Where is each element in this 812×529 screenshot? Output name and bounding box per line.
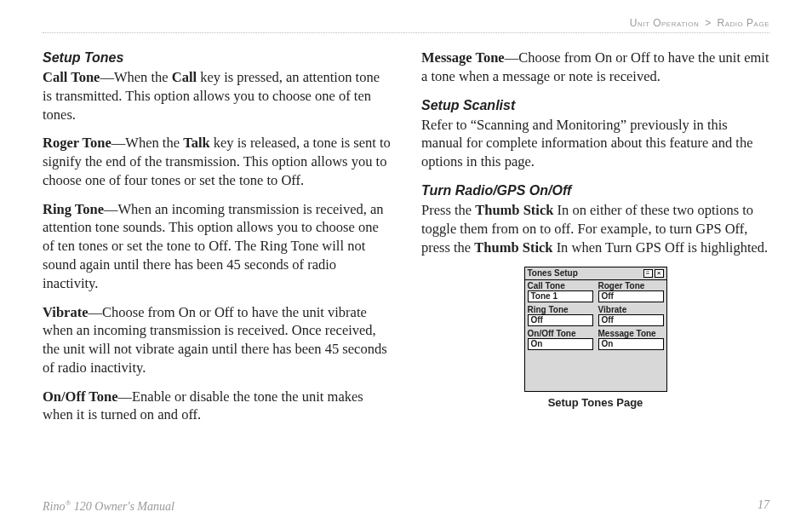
turn-radio-gps-paragraph: Press the Thumb Stick In on either of th…: [421, 201, 769, 256]
ts-val-onoff-tone: On: [528, 338, 593, 350]
tones-setup-window: Tones Setup ≡ × Call Tone Roger Tone Ton…: [524, 267, 667, 392]
roger-tone-text1: —When the: [112, 135, 183, 151]
header-section: Unit Operation: [630, 17, 700, 29]
message-tone-paragraph: Message Tone—Choose from On or Off to ha…: [421, 49, 769, 86]
vibrate-lead: Vibrate: [43, 304, 88, 320]
onoff-tone-paragraph: On/Off Tone—Enable or disable the tone t…: [43, 388, 391, 425]
ts-label-vibrate: Vibrate: [596, 304, 666, 314]
call-tone-key: Call: [172, 69, 197, 85]
ts-label-ring-tone: Ring Tone: [525, 304, 596, 314]
ts-val-ring-tone: Off: [528, 314, 593, 326]
roger-tone-paragraph: Roger Tone—When the Talk key is released…: [43, 134, 391, 189]
turn-radio-k2: Thumb Stick: [474, 239, 552, 256]
roger-tone-key: Talk: [183, 135, 210, 151]
close-icon: ×: [655, 269, 664, 278]
ts-label-onoff-tone: On/Off Tone: [525, 328, 596, 338]
tones-setup-title-text: Tones Setup: [528, 269, 578, 278]
tones-setup-titlebar: Tones Setup ≡ ×: [525, 267, 666, 280]
call-tone-text1: —When the: [100, 69, 171, 85]
header-subsection: Radio Page: [718, 17, 769, 29]
ts-val-roger-tone: Off: [598, 290, 664, 302]
footer-product: Rino® 120 Owner's Manual: [43, 498, 174, 514]
ts-label-roger-tone: Roger Tone: [596, 280, 666, 290]
page-header: Unit Operation > Radio Page: [43, 17, 769, 33]
ts-val-vibrate: Off: [598, 314, 664, 326]
turn-radio-p1: Press the: [421, 202, 475, 218]
left-column: Setup Tones Call Tone—When the Call key …: [43, 43, 391, 434]
footer-product-pre: Rino: [43, 500, 65, 513]
ts-label-message-tone: Message Tone: [596, 328, 666, 338]
ts-val-call-tone: Tone 1: [528, 290, 593, 302]
message-tone-lead: Message Tone: [421, 49, 505, 66]
tones-setup-grid: Call Tone Roger Tone Tone 1 Off Ring Ton…: [525, 280, 666, 352]
onoff-tone-lead: On/Off Tone: [43, 388, 118, 405]
figure-caption: Setup Tones Page: [421, 395, 769, 410]
content-columns: Setup Tones Call Tone—When the Call key …: [43, 43, 769, 434]
ts-val-message-tone: On: [598, 338, 664, 350]
figure-setup-tones: Tones Setup ≡ × Call Tone Roger Tone Ton…: [421, 267, 769, 410]
call-tone-lead: Call Tone: [43, 69, 100, 85]
tones-setup-titlebar-icons: ≡ ×: [643, 269, 664, 278]
footer-product-post: 120 Owner's Manual: [71, 500, 174, 513]
setup-tones-heading: Setup Tones: [43, 49, 391, 66]
ring-tone-lead: Ring Tone: [43, 201, 104, 217]
ts-label-call-tone: Call Tone: [525, 280, 596, 290]
menu-icon: ≡: [643, 269, 653, 278]
footer-page-number: 17: [758, 498, 769, 514]
header-separator: >: [705, 17, 712, 29]
roger-tone-lead: Roger Tone: [43, 135, 112, 151]
vibrate-paragraph: Vibrate—Choose from On or Off to have th…: [43, 303, 391, 377]
setup-scanlist-paragraph: Refer to “Scanning and Monitoring” previ…: [421, 116, 769, 171]
vibrate-rest: —Choose from On or Off to have the unit …: [43, 304, 387, 376]
setup-scanlist-heading: Setup Scanlist: [421, 96, 769, 114]
right-column: Message Tone—Choose from On or Off to ha…: [421, 43, 769, 434]
turn-radio-p3: In when Turn GPS Off is highlighted.: [553, 239, 769, 256]
manual-page: Unit Operation > Radio Page Setup Tones …: [0, 0, 812, 529]
call-tone-paragraph: Call Tone—When the Call key is pressed, …: [43, 68, 391, 124]
turn-radio-gps-heading: Turn Radio/GPS On/Off: [421, 181, 769, 199]
tones-setup-empty-area: [525, 352, 666, 391]
ring-tone-paragraph: Ring Tone—When an incoming transmission …: [43, 200, 391, 293]
turn-radio-k1: Thumb Stick: [475, 202, 553, 218]
page-footer: Rino® 120 Owner's Manual 17: [43, 498, 769, 514]
